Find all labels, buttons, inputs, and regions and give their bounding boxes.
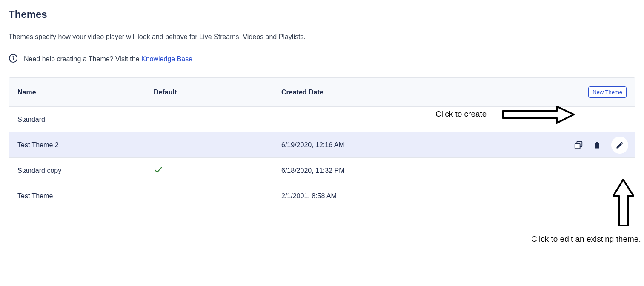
- copy-button[interactable]: [574, 140, 583, 150]
- table-row[interactable]: Test Theme2/1/2001, 8:58 AM: [9, 183, 635, 209]
- theme-created-date: 2/1/2001, 8:58 AM: [281, 192, 439, 200]
- theme-name: Test Theme: [17, 192, 154, 200]
- svg-point-2: [13, 56, 14, 57]
- table-row[interactable]: Standard: [9, 107, 635, 132]
- check-icon: [154, 165, 163, 174]
- table-row[interactable]: Test Theme 26/19/2020, 12:16 AM: [9, 132, 635, 158]
- table-row[interactable]: Standard copy6/18/2020, 11:32 PM: [9, 158, 635, 183]
- pencil-icon: [615, 141, 624, 149]
- help-text: Need help creating a Theme? Visit the Kn…: [24, 55, 192, 63]
- delete-button[interactable]: [592, 140, 602, 150]
- theme-created-date: 6/19/2020, 12:16 AM: [281, 141, 439, 149]
- theme-name: Standard copy: [17, 167, 154, 174]
- theme-name: Standard: [17, 116, 154, 123]
- info-icon: [9, 54, 18, 65]
- edit-button[interactable]: [611, 137, 628, 154]
- theme-default: [154, 165, 281, 176]
- theme-created-date: 6/18/2020, 11:32 PM: [281, 167, 439, 174]
- new-theme-button[interactable]: New Theme: [588, 86, 627, 98]
- help-row: Need help creating a Theme? Visit the Kn…: [9, 54, 635, 65]
- column-header-default: Default: [154, 89, 281, 96]
- column-header-name: Name: [17, 89, 154, 96]
- page-title: Themes: [9, 9, 635, 20]
- column-header-created: Created Date: [281, 89, 439, 96]
- theme-name: Test Theme 2: [17, 141, 154, 149]
- help-text-prefix: Need help creating a Theme? Visit the: [24, 55, 141, 63]
- table-header: Name Default Created Date New Theme: [9, 78, 635, 107]
- copy-icon: [574, 140, 583, 150]
- trash-icon: [593, 141, 601, 149]
- row-actions: [439, 137, 627, 154]
- page-description: Themes specify how your video player wil…: [9, 33, 635, 41]
- themes-table: Name Default Created Date New Theme Stan…: [9, 77, 635, 209]
- knowledge-base-link[interactable]: Knowledge Base: [141, 55, 192, 63]
- svg-rect-4: [575, 143, 580, 149]
